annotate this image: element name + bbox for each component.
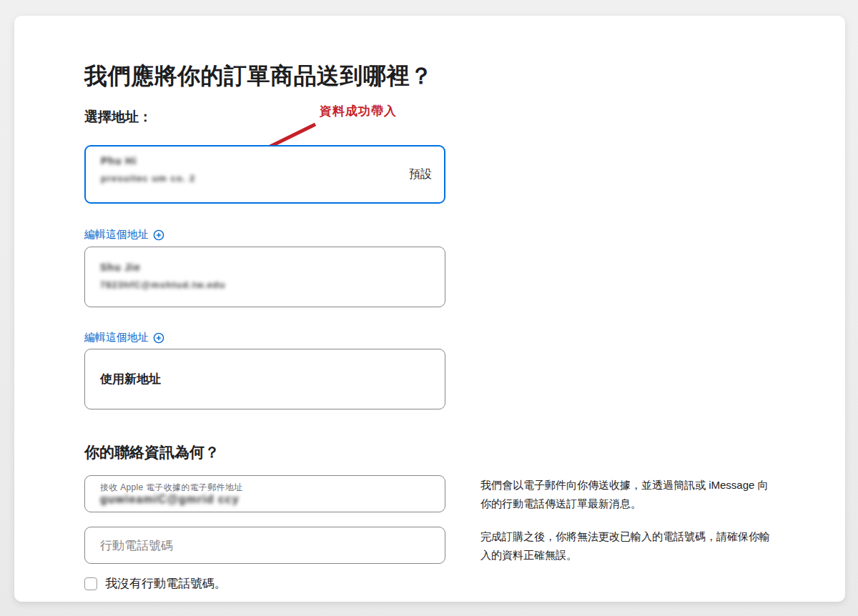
address-detail-redacted: 7823hfC@mshtud.tw.edu [100,279,226,290]
contact-section-heading: 你的聯絡資訊為何？ [84,442,220,462]
edit-address-link-label: 編輯這個地址 [84,331,149,344]
page-title: 我們應將你的訂單商品送到哪裡？ [84,61,728,92]
select-address-label: 選擇地址： [84,108,152,126]
no-phone-checkbox-label: 我沒有行動電話號碼。 [105,575,227,592]
contact-note-email: 我們會以電子郵件向你傳送收據，並透過簡訊或 iMessage 向你的行動電話傳送… [480,476,776,512]
edit-address-link-label: 編輯這個地址 [84,228,149,242]
annotation-arrow-icon [14,16,845,602]
address-option-alt[interactable]: Shu Jie 7823hfC@mshtud.tw.edu [84,247,445,307]
default-badge: 預設 [409,167,432,182]
address-name-redacted: Shu Jie [100,262,226,273]
use-new-address-card[interactable]: 使用新地址 [84,349,445,409]
address-detail-redacted: presuitec um co. 2 [101,173,195,184]
edit-address-link-1[interactable]: 編輯這個地址 [84,228,164,242]
phone-input[interactable]: 行動電話號碼 [84,527,445,564]
phone-input-placeholder: 行動電話號碼 [100,537,173,554]
use-new-address-label: 使用新地址 [100,371,161,387]
contact-note-phone: 完成訂購之後，你將無法更改已輸入的電話號碼，請確保你輸入的資料正確無誤。 [480,527,776,564]
address-option-default[interactable]: Phu Hi presuitec um co. 2 預設 [84,145,445,204]
no-phone-checkbox-row: 我沒有行動電話號碼。 [84,575,227,592]
address-name-redacted: Phu Hi [101,155,195,167]
checkout-panel: 我們應將你的訂單商品送到哪裡？ 選擇地址： 資料成功帶入 Phu Hi pres… [14,16,845,602]
email-input-label: 接收 Apple 電子收據的電子郵件地址 [100,482,242,494]
annotation-text: 資料成功帶入 [320,103,397,119]
edit-address-link-2[interactable]: 編輯這個地址 [84,331,164,344]
email-input[interactable]: 接收 Apple 電子收據的電子郵件地址 guwieamiC@gmrid ccy [84,475,445,512]
no-phone-checkbox[interactable] [84,577,97,590]
plus-circle-icon [153,332,164,344]
email-value-redacted: guwieamiC@gmrid ccy [100,493,240,506]
plus-circle-icon [153,229,164,241]
